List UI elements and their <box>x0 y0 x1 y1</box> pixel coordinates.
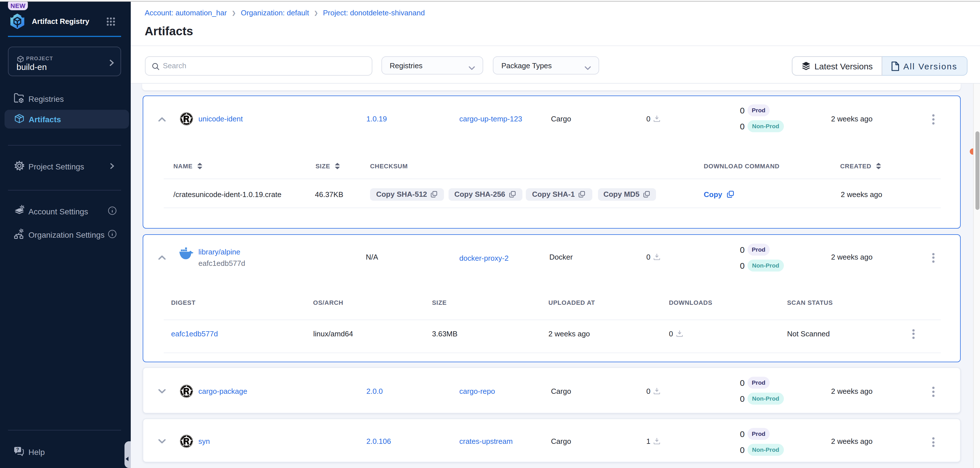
svg-text:?: ? <box>16 447 19 452</box>
